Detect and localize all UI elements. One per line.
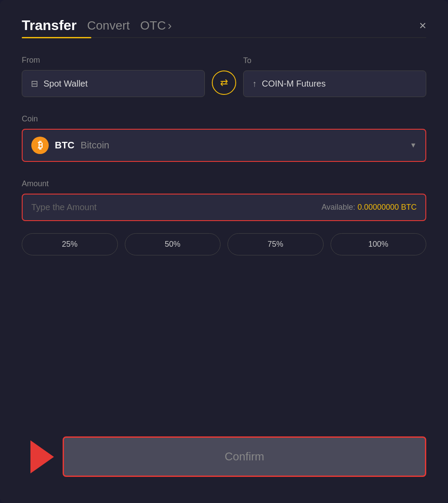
btc-icon: ₿ [31,137,49,154]
pct-25-button[interactable]: 25% [22,233,118,255]
amount-input[interactable] [31,202,321,212]
tab-transfer[interactable]: Transfer [22,17,77,34]
pct-75-button[interactable]: 75% [227,233,324,255]
tab-divider [91,37,426,38]
tab-underline-row [22,37,426,38]
wallet-icon: ⊟ [31,78,38,89]
amount-label: Amount [22,179,426,188]
close-button[interactable]: × [419,20,426,32]
amount-box: Available: 0.00000000 BTC [22,194,426,221]
to-wallet-name: COIN-M Futures [262,79,326,89]
from-to-section: From ⊟ Spot Wallet ⇄ To ↑ COIN-M Futures [22,56,426,97]
from-wallet-name: Spot Wallet [43,79,88,89]
pct-100-button[interactable]: 100% [331,233,427,255]
modal-container: Transfer Convert OTC › × From ⊟ Spot Wal… [0,0,448,503]
coin-selector[interactable]: ₿ BTC Bitcoin ▼ [22,129,426,162]
coin-label: Coin [22,114,426,124]
modal-header: Transfer Convert OTC › × [22,17,426,34]
available-text: Available: 0.00000000 BTC [321,203,417,212]
bottom-area: Confirm [22,436,426,477]
from-col: From ⊟ Spot Wallet [22,56,205,97]
tab-convert[interactable]: Convert [87,19,130,33]
chevron-down-icon: ▼ [410,141,417,149]
to-wallet-selector[interactable]: ↑ COIN-M Futures [243,70,426,97]
chevron-right-icon: › [167,19,171,33]
tab-active-indicator [22,37,91,38]
pct-50-button[interactable]: 50% [125,233,221,255]
tab-otc[interactable]: OTC › [140,19,171,33]
from-label: From [22,56,205,65]
to-col: To ↑ COIN-M Futures [243,56,426,97]
swap-icon: ⇄ [220,77,228,88]
swap-button[interactable]: ⇄ [212,70,236,95]
coin-fullname: Bitcoin [80,140,109,151]
percentage-row: 25% 50% 75% 100% [22,233,426,255]
available-value: 0.00000000 BTC [358,203,417,211]
to-label: To [243,56,426,65]
futures-icon: ↑ [252,79,257,89]
confirm-button[interactable]: Confirm [63,436,426,477]
from-wallet-selector[interactable]: ⊟ Spot Wallet [22,70,205,97]
arrow-indicator [30,440,54,473]
coin-symbol: BTC [55,140,74,151]
